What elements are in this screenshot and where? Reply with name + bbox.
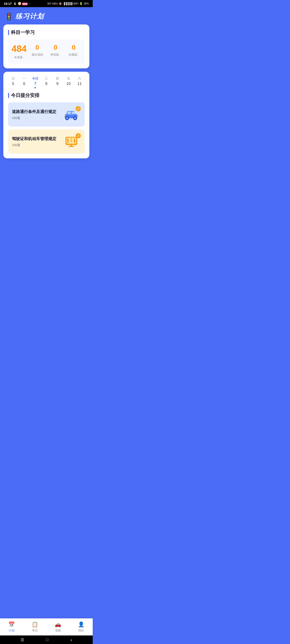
day-name-4: 四 — [56, 76, 59, 81]
main-container: 🚦 练习计划 科目一学习 484 未做题 › 0 最好成绩 — [0, 7, 93, 175]
stat-best-label: 最好成绩 — [32, 53, 43, 57]
stat-undone-value: 484 — [12, 44, 27, 54]
today-section-bar — [8, 93, 9, 98]
network-speed: 367 KB/s — [47, 2, 58, 5]
svg-rect-14 — [70, 140, 72, 140]
week-day-wed: 三 8 — [41, 76, 52, 88]
stat-wrong-label: 答错题 › — [50, 53, 60, 57]
status-left: 19:17 🐧 🧭 Soul ··· — [4, 2, 31, 6]
week-day-sat: 六 11 — [74, 76, 85, 88]
practice-item-1-title: 道路通行条件及通行规定 — [12, 109, 56, 114]
svg-rect-13 — [70, 138, 72, 139]
practice-item-2-img: ✓ — [62, 133, 81, 150]
header: 🚦 练习计划 — [0, 7, 93, 24]
calendar-card: 日 5 一 6 今日 7 三 8 四 9 — [3, 72, 89, 158]
svg-rect-17 — [74, 138, 75, 143]
practice-item-1-text: 道路通行条件及通行规定 100题 — [12, 109, 56, 120]
day-num-6: 11 — [78, 82, 82, 86]
svg-rect-10 — [77, 115, 78, 116]
practice-item-2-count: 100题 — [12, 143, 56, 147]
today-dot — [35, 87, 36, 88]
stats-card: 484 未做题 › 0 最好成绩 0 答错题 › 0 收藏题 › — [8, 40, 85, 64]
section-title: 科目一学习 — [11, 29, 35, 36]
svg-rect-16 — [68, 138, 69, 143]
day-num-5: 10 — [66, 82, 71, 86]
battery-level: 38% — [84, 2, 89, 5]
day-name-3: 三 — [45, 76, 48, 81]
day-name-today: 今日 — [32, 76, 38, 81]
svg-rect-15 — [70, 141, 72, 142]
svg-rect-9 — [64, 115, 66, 116]
week-day-mon: 一 6 — [19, 76, 30, 88]
stat-best-value: 0 — [36, 44, 39, 51]
stat-best: 0 最好成绩 — [29, 44, 46, 59]
traffic-light-icon: 🚦 — [5, 12, 13, 20]
page-title: 练习计划 — [16, 12, 44, 21]
check-badge-2: ✓ — [76, 133, 81, 138]
day-name-1: 一 — [23, 76, 26, 81]
status-time: 19:17 — [4, 2, 12, 6]
stat-undone-label: 未做题 › — [14, 55, 24, 59]
day-num-0: 5 — [12, 82, 14, 86]
day-num-1: 6 — [23, 82, 25, 86]
section-header: 科目一学习 — [8, 29, 85, 36]
status-bar: 19:17 🐧 🧭 Soul ··· 367 KB/s 🔇 ▐▐▐▐▐ WiFi… — [0, 0, 93, 7]
signal-icon: ▐▐▐▐▐ — [63, 2, 72, 5]
svg-rect-19 — [69, 146, 74, 147]
practice-item-1-count: 100题 — [12, 116, 56, 120]
day-num-4: 9 — [56, 82, 59, 86]
day-name-0: 日 — [12, 76, 15, 81]
svg-rect-4 — [72, 112, 75, 114]
battery-icon: 🔋 — [79, 2, 83, 5]
week-day-fri: 五 10 — [64, 76, 74, 88]
mute-icon: 🔇 — [59, 2, 62, 5]
today-section-title: 今日提分安排 — [11, 92, 40, 98]
svg-rect-3 — [68, 112, 71, 114]
stat-favorites-value: 0 — [72, 44, 76, 51]
week-day-today: 今日 7 — [30, 76, 41, 88]
practice-item-2-text: 驾驶证和机动车管理规定 100题 — [12, 136, 56, 147]
svg-point-6 — [66, 117, 68, 119]
cards-container: 科目一学习 484 未做题 › 0 最好成绩 0 答错题 › — [0, 24, 93, 158]
day-num-3: 8 — [45, 82, 48, 86]
section-bar — [8, 30, 9, 35]
status-right: 367 KB/s 🔇 ▐▐▐▐▐ WiFi 🔋 38% — [47, 2, 89, 5]
week-day-sun: 日 5 — [8, 76, 18, 88]
week-row: 日 5 一 6 今日 7 三 8 四 9 — [8, 76, 85, 88]
svg-point-8 — [74, 117, 76, 119]
check-badge-1: ✓ — [76, 106, 81, 111]
today-section-header: 今日提分安排 — [8, 92, 85, 98]
practice-item-1[interactable]: 道路通行条件及通行规定 100题 — [8, 102, 85, 126]
app-icons: 🐧 🧭 Soul ··· — [13, 2, 31, 5]
stat-favorites[interactable]: 0 收藏题 › — [66, 44, 82, 59]
day-num-today: 7 — [34, 82, 36, 86]
stat-undone[interactable]: 484 未做题 › — [11, 44, 27, 59]
day-name-6: 六 — [78, 76, 81, 81]
week-day-thu: 四 9 — [52, 76, 63, 88]
practice-item-2[interactable]: 驾驶证和机动车管理规定 100题 — [8, 130, 85, 154]
stat-favorites-label: 收藏题 › — [69, 53, 79, 57]
day-name-5: 五 — [67, 76, 70, 81]
practice-item-2-title: 驾驶证和机动车管理规定 — [12, 136, 56, 142]
stat-wrong[interactable]: 0 答错题 › — [47, 44, 64, 59]
stat-wrong-value: 0 — [54, 44, 57, 51]
subject-card: 科目一学习 484 未做题 › 0 最好成绩 0 答错题 › — [3, 24, 89, 68]
wifi-icon: WiFi — [73, 2, 79, 5]
practice-item-1-img: ✓ — [62, 106, 81, 123]
